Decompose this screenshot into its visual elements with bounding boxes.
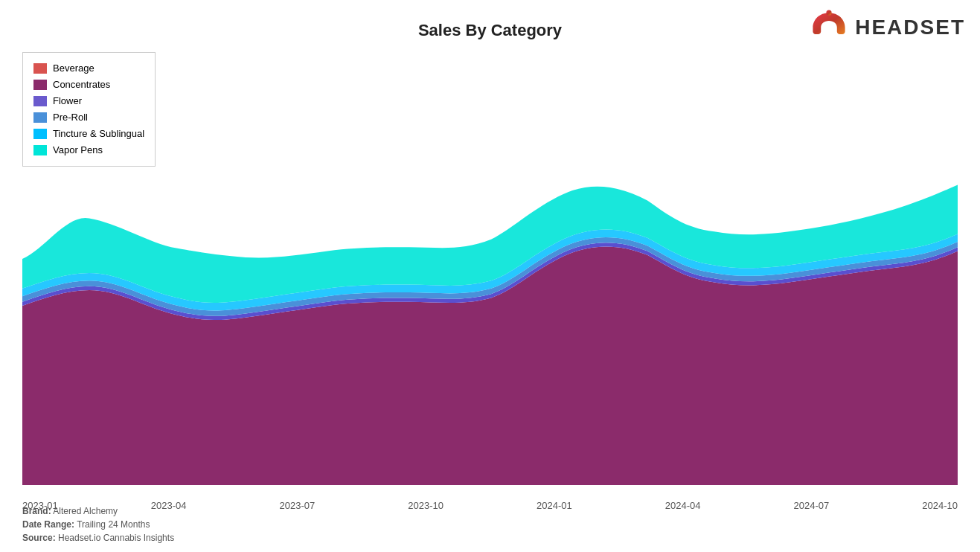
headset-logo-text: HEADSET — [855, 16, 965, 39]
x-label-7: 2024-10 — [922, 500, 958, 511]
footer-brand: Brand: Altered Alchemy — [22, 504, 174, 518]
footer-date-range-value: Trailing 24 Months — [77, 519, 150, 530]
footer-source: Source: Headset.io Cannabis Insights — [22, 531, 174, 545]
footer-date-range: Date Range: Trailing 24 Months — [22, 518, 174, 531]
svg-point-0 — [827, 10, 832, 16]
footer-brand-label: Brand: — [22, 506, 51, 516]
x-label-4: 2024-01 — [537, 500, 572, 511]
footer-brand-value: Altered Alchemy — [53, 506, 118, 516]
headset-logo: HEADSET — [809, 7, 965, 48]
chart-area — [22, 48, 958, 485]
footer-source-label: Source: — [22, 533, 56, 543]
x-label-6: 2024-07 — [794, 500, 830, 511]
chart-container: Sales By Category HEADSET Beverage — [0, 0, 980, 552]
chart-svg — [22, 48, 958, 485]
footer-date-range-label: Date Range: — [22, 519, 74, 530]
headset-logo-icon — [809, 7, 849, 48]
x-label-3: 2023-10 — [408, 500, 443, 511]
footer-source-value: Headset.io Cannabis Insights — [58, 533, 174, 543]
x-label-2: 2023-07 — [280, 500, 316, 511]
x-label-5: 2024-04 — [665, 500, 701, 511]
footer-info: Brand: Altered Alchemy Date Range: Trail… — [22, 504, 174, 545]
